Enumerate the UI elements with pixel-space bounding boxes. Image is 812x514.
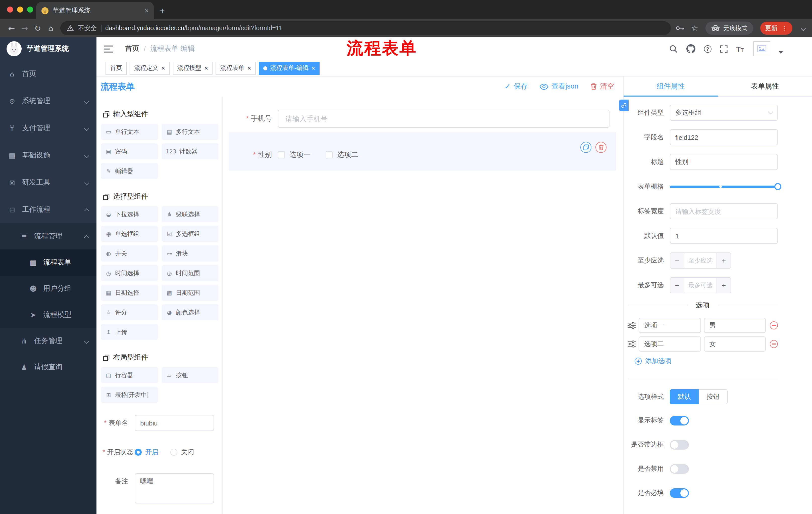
show-label-toggle[interactable] [670, 416, 689, 425]
option-value-input[interactable] [704, 336, 766, 352]
palette-item[interactable]: ◶ 时间范围 [162, 265, 219, 281]
min-count-increase-button[interactable]: + [717, 253, 731, 268]
add-option-button[interactable]: 添加选项 [635, 357, 778, 366]
close-icon[interactable]: × [247, 65, 251, 72]
palette-item[interactable]: ✎ 编辑器 [101, 163, 158, 179]
tab-component-props[interactable]: 组件属性 [624, 77, 718, 96]
close-icon[interactable]: × [204, 65, 208, 72]
drag-handle-icon[interactable] [628, 341, 636, 348]
tag-process-model[interactable]: 流程模型 × [173, 62, 212, 75]
tag-home[interactable]: 首页 × [106, 62, 127, 75]
sidebar-item-user-group[interactable]: ☻ 用户分组 [0, 276, 96, 302]
close-window-button[interactable] [7, 6, 13, 12]
sidebar-item-process-management[interactable]: ≡ 流程管理 [0, 223, 96, 249]
sidebar-item-process-model[interactable]: ➤ 流程模型 [0, 302, 96, 328]
option-value-input[interactable] [704, 318, 766, 333]
checkbox-icon[interactable] [326, 152, 332, 158]
max-count-decrease-button[interactable]: − [670, 278, 685, 293]
palette-item[interactable]: ▦ 日期选择 [101, 285, 158, 301]
disabled-toggle[interactable] [670, 464, 689, 474]
palette-item[interactable]: ▩ 日期范围 [162, 285, 219, 301]
sidebar-item-system[interactable]: ⊛ 系统管理 [0, 87, 96, 115]
home-button[interactable]: ⌂ [44, 22, 57, 35]
phone-field-input[interactable] [278, 110, 609, 128]
palette-item[interactable]: ▤ 多行文本 [162, 124, 219, 140]
palette-item[interactable]: ▭ 单行文本 [101, 124, 158, 140]
sidebar-item-payment[interactable]: ¥ 支付管理 [0, 115, 96, 142]
default-value-input[interactable] [670, 228, 778, 244]
palette-item[interactable]: ⊞ 表格[开发中] [101, 387, 158, 403]
palette-item[interactable]: ⊶ 滑块 [162, 245, 219, 262]
tag-process-form[interactable]: 流程表单 × [215, 62, 256, 75]
field-name-input[interactable] [670, 129, 778, 145]
option-label-input[interactable] [639, 336, 701, 352]
palette-item[interactable]: ◉ 单选框组 [101, 226, 158, 242]
palette-item[interactable]: ↥ 上传 [101, 324, 158, 340]
designer-canvas[interactable]: 手机号 性别 选项一 [223, 97, 623, 514]
form-remark-textarea[interactable]: 嘿嘿 [135, 473, 214, 504]
remove-option-icon[interactable] [770, 321, 778, 329]
github-icon[interactable] [686, 44, 695, 53]
reload-button[interactable]: ↻ [31, 22, 44, 35]
form-field-gender-selected[interactable]: 性别 选项一 选项二 [229, 132, 616, 170]
option-style-default-button[interactable]: 默认 [670, 389, 699, 404]
checkbox-option[interactable]: 选项二 [326, 151, 358, 159]
min-count-decrease-button[interactable]: − [670, 253, 685, 268]
save-button[interactable]: ✓ 保存 [504, 82, 528, 91]
option-label-input[interactable] [639, 318, 701, 333]
palette-item[interactable]: ◒ 下拉选择 [101, 206, 158, 222]
palette-item[interactable]: 123 计数器 [162, 143, 219, 159]
palette-item[interactable]: ☑ 多选框组 [162, 226, 219, 242]
form-name-input[interactable] [135, 415, 214, 431]
component-type-select[interactable]: 多选框组 [670, 105, 778, 121]
form-grid-slider[interactable] [670, 179, 778, 195]
tag-process-form-edit[interactable]: 流程表单-编辑 × [259, 62, 320, 75]
palette-item[interactable]: ▣ 密码 [101, 143, 158, 159]
drag-handle-icon[interactable] [628, 322, 636, 329]
tag-process-definition[interactable]: 流程定义 × [129, 62, 170, 75]
search-icon[interactable] [669, 45, 677, 53]
min-count-input[interactable] [685, 253, 717, 268]
close-icon[interactable]: × [312, 65, 315, 72]
toolbar-chevron-icon[interactable] [801, 26, 806, 31]
max-count-increase-button[interactable]: + [717, 278, 731, 293]
palette-item[interactable]: ▢ 行容器 [101, 367, 158, 383]
help-icon[interactable]: ? [704, 45, 711, 53]
close-tab-icon[interactable]: × [145, 7, 149, 14]
address-bar[interactable]: 不安全 dashboard.yudao.iocoder.cn/bpm/manag… [60, 21, 671, 35]
slider-thumb[interactable] [774, 183, 781, 190]
warning-icon[interactable] [67, 25, 74, 31]
zoom-window-button[interactable] [27, 6, 33, 12]
props-drawer-handle[interactable] [619, 100, 629, 111]
title-input[interactable] [670, 154, 778, 170]
view-json-button[interactable]: 查看json [540, 82, 578, 91]
palette-item[interactable]: ⋔ 级联选择 [162, 206, 219, 222]
sidebar-item-home[interactable]: ⌂ 首页 [0, 60, 96, 87]
copy-component-button[interactable] [580, 142, 591, 153]
sidebar-item-leave-query[interactable]: ♟ 请假查询 [0, 354, 96, 380]
palette-item[interactable]: ◐ 开关 [101, 245, 158, 262]
back-button[interactable]: ← [5, 22, 18, 35]
clear-button[interactable]: 清空 [590, 82, 614, 91]
browser-tab[interactable]: 芋道管理系统 × [36, 2, 154, 19]
fullscreen-icon[interactable] [720, 45, 727, 53]
sidebar-item-devtools[interactable]: ⊠ 研发工具 [0, 169, 96, 196]
update-button[interactable]: 更新 ⋮ [760, 22, 792, 35]
required-toggle[interactable] [670, 488, 689, 498]
bookmark-star-icon[interactable]: ☆ [691, 24, 698, 33]
sidebar-item-infrastructure[interactable]: ▤ 基础设施 [0, 142, 96, 169]
remove-option-icon[interactable] [770, 340, 778, 348]
status-radio-on[interactable]: 开启 [135, 448, 158, 457]
label-width-input[interactable] [670, 203, 778, 219]
max-count-input[interactable] [685, 278, 717, 293]
new-tab-button[interactable]: + [160, 6, 165, 15]
palette-item[interactable]: ◕ 颜色选择 [162, 304, 219, 320]
slider-track[interactable] [670, 185, 778, 188]
breadcrumb-home[interactable]: 首页 [125, 44, 139, 53]
minimize-window-button[interactable] [17, 6, 23, 12]
option-style-button-button[interactable]: 按钮 [699, 389, 728, 404]
border-toggle[interactable] [670, 440, 689, 450]
close-icon[interactable]: × [161, 65, 165, 72]
password-key-icon[interactable] [676, 26, 685, 31]
delete-component-button[interactable] [596, 142, 607, 153]
